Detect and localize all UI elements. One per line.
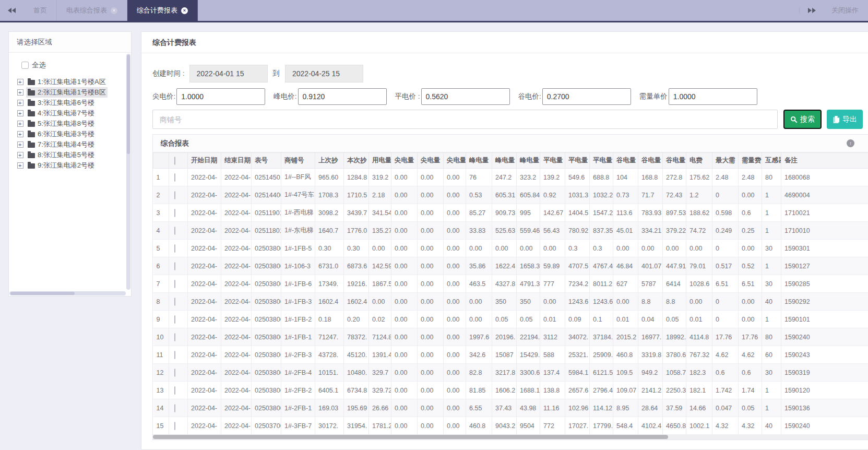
table-cell: 85.27 xyxy=(466,204,492,222)
scroll-tabs-left-icon[interactable] xyxy=(0,0,24,21)
table-cell: 1590285 xyxy=(781,275,868,293)
tree-item[interactable]: 9:张江集电港2号楼 xyxy=(17,160,124,171)
price-input[interactable] xyxy=(176,88,265,105)
expand-icon[interactable] xyxy=(17,131,23,137)
table-cell: 37.43 xyxy=(492,399,517,417)
tree-item[interactable]: 3:张江集电港6号楼 xyxy=(17,98,124,108)
price-input[interactable] xyxy=(298,88,387,105)
table-scroll-area: 开始日期结束日期表号商铺号上次抄本次抄用电量尖电量尖电量尖电量峰电量峰电量峰电量… xyxy=(153,152,868,440)
row-number: 14 xyxy=(153,399,169,417)
expand-icon[interactable] xyxy=(17,141,23,148)
table-cell: 0.00 xyxy=(492,240,517,257)
price-input[interactable] xyxy=(542,88,631,105)
area-panel: 请选择区域 全选 1:张江集电港1号楼A区2:张江集电港1号楼B区3:张江集电港… xyxy=(8,31,132,297)
tree-item[interactable]: 8:张江集电港5号楼 xyxy=(17,150,124,160)
scrollbar-thumb[interactable] xyxy=(153,435,668,439)
close-tab-icon[interactable] xyxy=(181,7,188,14)
row-checkbox[interactable] xyxy=(174,333,175,341)
column-header: 谷电量 xyxy=(638,153,663,169)
table-cell: 0.00 xyxy=(391,275,418,293)
expand-icon[interactable] xyxy=(17,79,23,85)
expand-icon[interactable] xyxy=(17,89,23,96)
table-cell: 1#-1FB-1 xyxy=(281,328,315,346)
tree-item[interactable]: 4:张江集电港7号楼 xyxy=(17,108,124,119)
price-input[interactable] xyxy=(669,88,757,105)
row-number: 2 xyxy=(153,186,169,204)
date-from-input[interactable] xyxy=(189,65,268,82)
search-button[interactable]: 搜索 xyxy=(783,110,822,129)
table-cell: 0.30 xyxy=(315,240,344,257)
row-checkbox[interactable] xyxy=(174,262,175,270)
create-time-label: 创建时间 : xyxy=(152,69,185,78)
table-cell: 0.01 xyxy=(613,311,638,328)
tab-meter-report[interactable]: 电表综合报表 xyxy=(57,0,127,21)
search-icon xyxy=(790,116,798,123)
expand-icon[interactable] xyxy=(17,110,23,116)
table-cell: 0.00 xyxy=(444,257,466,275)
table-horizontal-scrollbar[interactable] xyxy=(153,434,868,440)
table-cell: 8.8 xyxy=(638,293,663,311)
column-header: 开始日期 xyxy=(188,153,221,169)
expand-icon[interactable] xyxy=(17,100,23,106)
tree-item[interactable]: 2:张江集电港1号楼B区 xyxy=(17,87,124,98)
date-to-input[interactable] xyxy=(285,65,363,82)
tree-item[interactable]: 5:张江集电港8号楼 xyxy=(17,119,124,129)
column-header: 结束日期 xyxy=(221,153,252,169)
select-all-rows-checkbox[interactable] xyxy=(174,157,175,165)
row-checkbox[interactable] xyxy=(174,209,175,217)
table-cell: 02503700 xyxy=(252,417,281,435)
table-cell: 460.8 xyxy=(613,346,638,364)
row-checkbox[interactable] xyxy=(174,280,175,288)
sidebar-horizontal-scrollbar[interactable] xyxy=(9,291,126,295)
row-checkbox[interactable] xyxy=(174,369,175,377)
table-body: 12022-04-2022-04-025145011#--BF风965.6012… xyxy=(153,169,868,435)
expand-icon[interactable] xyxy=(17,162,23,169)
table-cell: 6.51 xyxy=(712,275,739,293)
column-header: 峰电量 xyxy=(466,153,492,169)
tree-item[interactable]: 1:张江集电港1号楼A区 xyxy=(17,77,124,87)
price-input[interactable] xyxy=(421,88,510,105)
row-checkbox[interactable] xyxy=(174,386,175,395)
select-all-checkbox[interactable] xyxy=(21,62,29,69)
row-checkbox[interactable] xyxy=(174,298,175,306)
expand-icon[interactable] xyxy=(17,121,23,127)
row-checkbox[interactable] xyxy=(174,351,175,359)
scrollbar-thumb[interactable] xyxy=(10,292,75,295)
row-checkbox[interactable] xyxy=(174,244,175,253)
table-cell: 82.8 xyxy=(466,364,492,382)
table-cell: 0.09 xyxy=(565,311,590,328)
table-cell: 3319.8 xyxy=(638,346,663,364)
row-checkbox[interactable] xyxy=(174,173,175,182)
row-checkbox[interactable] xyxy=(174,227,175,235)
table-row: 92022-04-2022-04-025038001#-1FB-20.180.2… xyxy=(153,311,868,328)
tab-label: 电表综合报表 xyxy=(66,6,107,15)
tree-item[interactable]: 7:张江集电港4号楼 xyxy=(17,139,124,150)
close-tab-icon[interactable] xyxy=(111,7,117,14)
export-button[interactable]: 导出 xyxy=(827,110,863,129)
row-checkbox[interactable] xyxy=(174,191,175,199)
tree-item[interactable]: 6:张江集电港3号楼 xyxy=(17,129,124,139)
table-cell: 1590240 xyxy=(781,328,868,346)
expand-icon[interactable] xyxy=(17,152,23,158)
table-cell: 182.3 xyxy=(686,364,712,382)
tab-home[interactable]: 首页 xyxy=(24,0,57,21)
row-checkbox[interactable] xyxy=(174,404,175,412)
table-cell: 1590136 xyxy=(781,399,868,417)
row-checkbox[interactable] xyxy=(174,422,175,430)
tab-billing-report[interactable]: 综合计费报表 xyxy=(127,0,198,21)
table-cell: 16977. xyxy=(638,328,663,346)
shop-number-input[interactable] xyxy=(152,110,778,129)
sidebar-vertical-scrollbar[interactable] xyxy=(126,54,130,290)
table-cell: 2022-04- xyxy=(221,275,252,293)
table-cell: 0.00 xyxy=(739,240,762,257)
table-cell: 0.05 xyxy=(492,311,517,328)
table-cell: 0.00 xyxy=(444,417,466,435)
close-operations-button[interactable]: 关闭操作 xyxy=(823,6,868,15)
table-cell: 0.00 xyxy=(418,293,444,311)
column-header: 商铺号 xyxy=(281,153,315,169)
column-header: 平电量 xyxy=(590,153,613,169)
collapse-panel-icon[interactable] xyxy=(847,139,854,147)
scrollbar-thumb[interactable] xyxy=(127,55,130,154)
row-checkbox[interactable] xyxy=(174,315,175,324)
scroll-tabs-right-icon[interactable] xyxy=(799,8,823,13)
